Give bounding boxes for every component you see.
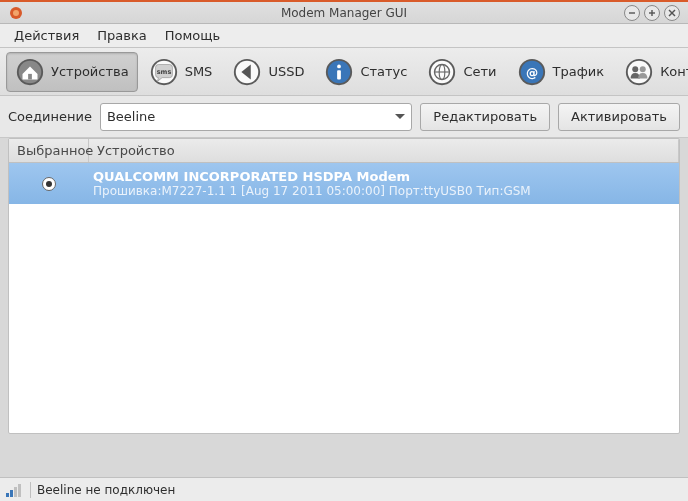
tab-label: Сети xyxy=(463,64,496,79)
tab-status[interactable]: Статус xyxy=(315,52,416,92)
tab-label: Контакты xyxy=(660,64,688,79)
svg-text:@: @ xyxy=(525,65,537,79)
list-header: Выбранное Устройство xyxy=(9,139,679,163)
device-info: Прошивка:M7227-1.1 1 [Aug 17 2011 05:00:… xyxy=(93,184,675,198)
window-title: Modem Manager GUI xyxy=(0,6,688,20)
svg-rect-9 xyxy=(28,73,32,79)
header-device[interactable]: Устройство xyxy=(89,139,679,162)
connection-combo[interactable]: Beeline xyxy=(100,103,412,131)
list-item[interactable]: QUALCOMM INCORPORATED HSDPA Modem Прошив… xyxy=(9,163,679,204)
device-cell: QUALCOMM INCORPORATED HSDPA Modem Прошив… xyxy=(89,163,679,204)
device-list: Выбранное Устройство QUALCOMM INCORPORAT… xyxy=(8,138,680,434)
maximize-button[interactable] xyxy=(644,5,660,21)
tab-traffic[interactable]: @ Трафик xyxy=(508,52,614,92)
toolbar: Устройства sms SMS USSD Статус Сети @ Тр… xyxy=(0,48,688,96)
svg-text:sms: sms xyxy=(156,67,171,75)
connection-value: Beeline xyxy=(107,109,155,124)
minimize-button[interactable] xyxy=(624,5,640,21)
menu-help[interactable]: Помощь xyxy=(157,26,228,45)
selected-cell xyxy=(9,163,89,204)
svg-point-1 xyxy=(13,10,19,16)
radio-selected[interactable] xyxy=(42,177,56,191)
tab-label: SMS xyxy=(185,64,213,79)
app-icon xyxy=(8,5,24,21)
info-icon xyxy=(324,57,354,87)
contacts-icon xyxy=(624,57,654,87)
tab-nets[interactable]: Сети xyxy=(418,52,505,92)
tab-label: USSD xyxy=(268,64,304,79)
signal-icon xyxy=(6,483,24,497)
chevron-down-icon xyxy=(395,114,405,119)
tab-label: Трафик xyxy=(553,64,605,79)
traffic-icon: @ xyxy=(517,57,547,87)
menu-edit[interactable]: Правка xyxy=(89,26,154,45)
menu-actions[interactable]: Действия xyxy=(6,26,87,45)
svg-point-30 xyxy=(632,66,638,72)
connection-label: Соединение xyxy=(8,109,92,124)
home-icon xyxy=(15,57,45,87)
status-text: Beeline не подключен xyxy=(37,483,175,497)
statusbar: Beeline не подключен xyxy=(0,477,688,501)
ussd-icon xyxy=(232,57,262,87)
window-controls xyxy=(624,5,680,21)
globe-icon xyxy=(427,57,457,87)
svg-point-18 xyxy=(338,64,342,68)
separator xyxy=(30,482,31,498)
close-button[interactable] xyxy=(664,5,680,21)
sms-icon: sms xyxy=(149,57,179,87)
activate-button[interactable]: Активировать xyxy=(558,103,680,131)
edit-button[interactable]: Редактировать xyxy=(420,103,550,131)
tab-label: Устройства xyxy=(51,64,129,79)
svg-rect-19 xyxy=(338,70,342,79)
tab-devices[interactable]: Устройства xyxy=(6,52,138,92)
svg-point-31 xyxy=(640,66,646,72)
menubar: Действия Правка Помощь xyxy=(0,24,688,48)
connection-row: Соединение Beeline Редактировать Активир… xyxy=(0,96,688,138)
header-selected[interactable]: Выбранное xyxy=(9,139,89,162)
device-name: QUALCOMM INCORPORATED HSDPA Modem xyxy=(93,169,675,184)
svg-point-29 xyxy=(628,60,651,83)
tab-contacts[interactable]: Контакты xyxy=(615,52,688,92)
tab-label: Статус xyxy=(360,64,407,79)
tab-sms[interactable]: sms SMS xyxy=(140,52,222,92)
titlebar: Modem Manager GUI xyxy=(0,0,688,24)
tab-ussd[interactable]: USSD xyxy=(223,52,313,92)
